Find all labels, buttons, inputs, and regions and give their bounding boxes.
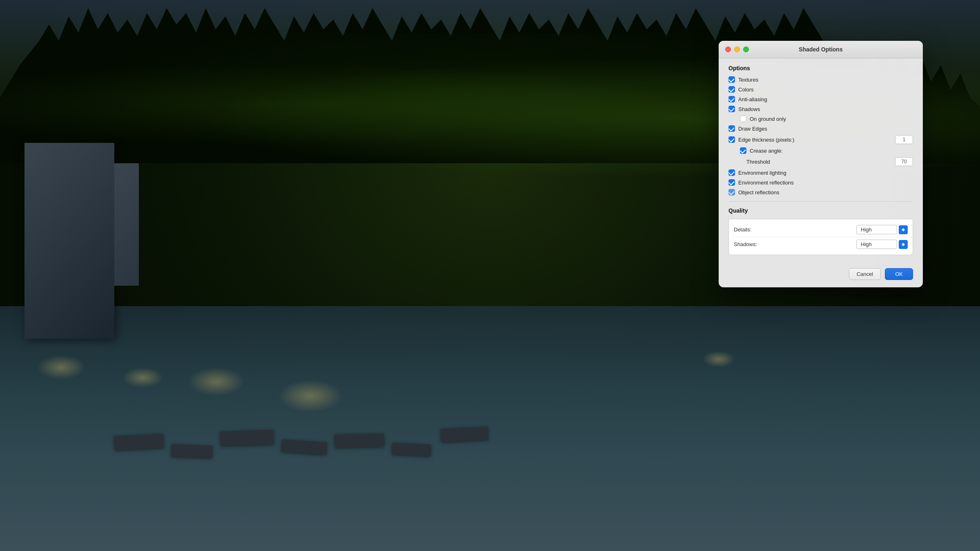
shaded-options-dialog: Shaded Options Options Textures Colors A… <box>719 41 923 287</box>
shadows-checkbox[interactable] <box>728 106 735 112</box>
light-spot-1 <box>37 355 86 380</box>
shadows-row: Shadows <box>728 106 913 112</box>
colors-label: Colors <box>738 87 754 93</box>
shadows-quality-label: Shadows: <box>734 241 775 247</box>
draw-edges-checkbox[interactable] <box>728 125 735 132</box>
textures-checkbox[interactable] <box>728 76 735 83</box>
draw-edges-row: Draw Edges <box>728 125 913 132</box>
light-spot-2 <box>122 367 163 388</box>
draw-edges-label: Draw Edges <box>738 126 767 132</box>
wall-mid <box>114 163 139 286</box>
dialog-footer: Cancel OK <box>719 263 923 287</box>
cancel-button[interactable]: Cancel <box>849 268 881 280</box>
anti-aliasing-row: Anti-aliasing <box>728 96 913 102</box>
on-ground-only-row: On ground only <box>740 116 913 122</box>
details-quality-select[interactable]: Low Medium High Ultra <box>856 225 897 234</box>
details-quality-row: Details: Low Medium High Ultra <box>734 222 908 237</box>
minimize-button[interactable] <box>734 47 740 52</box>
on-ground-only-label: On ground only <box>750 116 786 122</box>
shadows-select-arrow[interactable] <box>899 240 908 249</box>
dialog-title: Shaded Options <box>799 46 842 53</box>
details-quality-label: Details: <box>734 227 775 233</box>
crease-angle-label: Crease angle: <box>750 148 783 154</box>
anti-aliasing-checkbox[interactable] <box>728 96 735 102</box>
env-reflections-row: Environment reflections <box>728 179 913 186</box>
crease-angle-row: Crease angle: <box>740 147 913 154</box>
obj-reflections-row: Object reflections <box>728 189 913 196</box>
textures-row: Textures <box>728 76 913 83</box>
colors-checkbox[interactable] <box>728 86 735 93</box>
colors-row: Colors <box>728 86 913 93</box>
on-ground-only-checkbox[interactable] <box>740 116 746 122</box>
textures-label: Textures <box>738 77 758 83</box>
light-spot-5 <box>702 351 735 367</box>
edge-thickness-label: Edge thickness (pixels:) <box>738 137 794 143</box>
section-divider <box>728 201 913 202</box>
edge-thickness-input[interactable] <box>895 135 913 144</box>
details-select-arrow[interactable] <box>899 225 908 234</box>
shadows-label: Shadows <box>738 106 760 112</box>
wall-left <box>24 143 114 339</box>
shadows-quality-row: Shadows: Low Medium High Ultra <box>734 237 908 251</box>
details-select-wrapper: Low Medium High Ultra <box>856 225 908 234</box>
env-lighting-label: Environment lighting <box>738 170 786 176</box>
ok-button[interactable]: OK <box>885 268 913 280</box>
env-reflections-checkbox[interactable] <box>728 179 735 186</box>
anti-aliasing-label: Anti-aliasing <box>738 96 767 102</box>
quality-options-container: Details: Low Medium High Ultra <box>728 219 913 255</box>
threshold-row: Threshold <box>746 157 913 166</box>
close-button[interactable] <box>725 47 731 52</box>
quality-section-header: Quality <box>728 207 913 214</box>
obj-reflections-label: Object reflections <box>738 189 779 196</box>
edge-thickness-checkbox[interactable] <box>728 136 735 143</box>
stepping-stones <box>82 388 776 469</box>
maximize-button[interactable] <box>743 47 749 52</box>
threshold-input[interactable] <box>895 157 913 166</box>
crease-angle-checkbox[interactable] <box>740 147 746 154</box>
threshold-label: Threshold <box>746 159 770 165</box>
chevron-updown-icon <box>901 227 906 232</box>
shadows-select-wrapper: Low Medium High Ultra <box>856 240 908 249</box>
shadows-quality-select[interactable]: Low Medium High Ultra <box>856 240 897 249</box>
traffic-lights <box>725 47 749 52</box>
obj-reflections-checkbox[interactable] <box>728 189 735 196</box>
dialog-content: Options Textures Colors Anti-aliasing Sh… <box>719 58 923 263</box>
options-section-header: Options <box>728 65 913 71</box>
chevron-updown-icon-2 <box>901 242 906 247</box>
env-lighting-row: Environment lighting <box>728 169 913 176</box>
edge-thickness-row: Edge thickness (pixels:) <box>728 135 913 144</box>
env-reflections-label: Environment reflections <box>738 180 794 186</box>
env-lighting-checkbox[interactable] <box>728 169 735 176</box>
dialog-titlebar: Shaded Options <box>719 41 923 58</box>
